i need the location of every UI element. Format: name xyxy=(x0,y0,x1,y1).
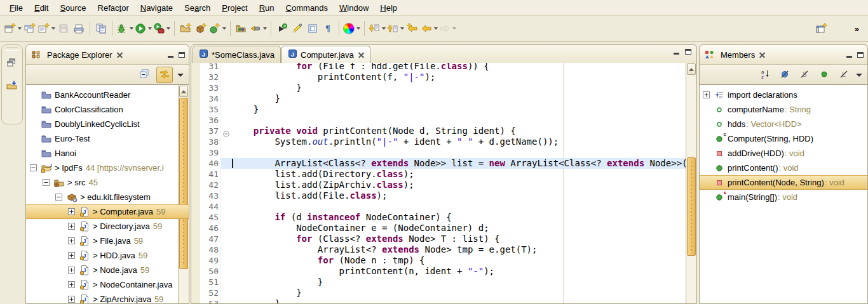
collapse-all-button[interactable] xyxy=(137,67,152,83)
prev-annotation-button[interactable] xyxy=(386,20,405,37)
expander-plus-icon[interactable] xyxy=(67,281,76,289)
code-line-39[interactable] xyxy=(232,147,686,158)
menu-commands[interactable]: Commands xyxy=(280,2,334,14)
link-with-editor-button[interactable] xyxy=(156,67,173,83)
dropdown-arrow-icon[interactable] xyxy=(452,27,456,30)
expander-minus-icon[interactable] xyxy=(55,193,63,201)
build-button[interactable] xyxy=(93,20,109,37)
tree-item-ipdfs[interactable]: J> IpdFs44 [https://svnserver.i xyxy=(26,161,189,175)
code-line-53[interactable]: } xyxy=(232,298,686,303)
dropdown-arrow-icon[interactable] xyxy=(130,27,133,30)
new-java-project-button[interactable] xyxy=(178,20,193,37)
minimize-icon[interactable] xyxy=(674,53,679,55)
code-line-31[interactable]: for (File f : hdd.get(File.class)) { xyxy=(232,63,686,72)
tree-item-directory.java[interactable]: J> Directory.java59 xyxy=(26,219,189,234)
tree-item-src[interactable]: > src45 xyxy=(26,175,189,190)
dropdown-arrow-icon[interactable] xyxy=(356,27,360,30)
dropdown-arrow-icon[interactable] xyxy=(148,27,152,30)
code-line-47[interactable]: for (Class<? extends Node> T : list) { xyxy=(232,234,686,244)
member-item-computerstringhdd[interactable]: cComputer(String, HDD) xyxy=(700,131,867,146)
tree-item-hdd.java[interactable]: J> HDD.java59 xyxy=(26,248,189,263)
restore-views-button[interactable] xyxy=(4,56,20,72)
code-line-46[interactable]: NodeContainer e = (NodeContainer) d; xyxy=(232,223,686,234)
minimize-icon[interactable] xyxy=(168,56,173,58)
hide-fields-button[interactable] xyxy=(777,67,792,83)
tree-item-euro-test[interactable]: Euro-Test xyxy=(26,131,189,146)
expander-plus-icon[interactable] xyxy=(67,222,76,230)
menu-refactor[interactable]: Refactor xyxy=(92,2,135,14)
member-item-printcontent[interactable]: printContent() : void xyxy=(700,161,867,175)
debug-button[interactable] xyxy=(116,20,134,37)
search-button[interactable] xyxy=(249,20,268,37)
code-line-35[interactable]: } xyxy=(232,104,686,115)
member-item-hdds[interactable]: hdds : Vector<HDD> xyxy=(700,117,867,131)
hide-nonpublic-button[interactable] xyxy=(817,67,832,83)
editor-tab-computer.java[interactable]: JComputer.java xyxy=(281,46,370,63)
view-menu-icon[interactable] xyxy=(856,74,862,77)
view-menu-icon[interactable] xyxy=(177,74,184,77)
code-line-51[interactable]: } xyxy=(232,277,686,287)
new-window-button[interactable] xyxy=(22,20,37,37)
member-item-importdeclarations[interactable]: import declarations xyxy=(700,88,867,102)
new-form-button[interactable] xyxy=(37,20,56,37)
minimize-icon[interactable] xyxy=(846,56,852,58)
dropdown-arrow-icon[interactable] xyxy=(166,27,170,30)
menu-source[interactable]: Source xyxy=(54,2,92,14)
expander-plus-icon[interactable] xyxy=(67,237,76,245)
code-line-43[interactable]: list.add(File.class); xyxy=(232,190,686,201)
back-button[interactable] xyxy=(420,20,438,37)
menu-help[interactable]: Help xyxy=(374,2,403,14)
dropdown-arrow-icon[interactable] xyxy=(51,27,55,30)
highlight-button[interactable] xyxy=(290,20,305,37)
tree-item-computer.java[interactable]: J> Computer.java59 xyxy=(26,204,189,219)
tree-item-colorclassification[interactable]: ColorClassification xyxy=(26,102,189,117)
code-line-45[interactable]: if (d instanceof NodeContainer) { xyxy=(232,212,686,223)
member-item-adddrivehdd[interactable]: addDrive(HDD) : void xyxy=(700,146,867,161)
hide-local-types-button[interactable]: L xyxy=(836,67,851,83)
code-line-40[interactable]: ArrayList<Class<? extends Node>> list = … xyxy=(232,158,686,169)
menu-navigate[interactable]: Navigate xyxy=(135,2,179,14)
tree-item-doublylinkedcycliclist[interactable]: DoublyLinkedCyclicList xyxy=(26,117,189,131)
menu-search[interactable]: Search xyxy=(179,2,216,14)
sort-button[interactable]: az xyxy=(757,67,773,83)
expander-plus-icon[interactable] xyxy=(67,295,76,303)
drag-handle[interactable] xyxy=(6,48,18,51)
code-line-48[interactable]: ArrayList<? extends Node> tmp = e.get(T)… xyxy=(232,244,686,255)
tree-item-ziparchiv.java[interactable]: J> ZipArchiv.java59 xyxy=(26,292,189,303)
close-icon[interactable] xyxy=(759,52,765,58)
external-tools-button[interactable] xyxy=(153,20,171,37)
code-line-52[interactable]: } xyxy=(232,287,686,298)
new-wizard-button[interactable] xyxy=(4,20,22,37)
maximize-icon[interactable] xyxy=(685,49,691,55)
member-item-computername[interactable]: computerName : String xyxy=(700,102,867,117)
expander-plus-icon[interactable] xyxy=(67,251,76,260)
color-wheel-button[interactable] xyxy=(342,20,361,37)
code-line-44[interactable] xyxy=(232,201,686,212)
next-annotation-button[interactable] xyxy=(368,20,386,37)
scrollbar-thumb[interactable] xyxy=(687,157,696,256)
print-button[interactable] xyxy=(71,20,86,37)
code-line-33[interactable]: } xyxy=(232,83,686,93)
menu-edit[interactable]: Edit xyxy=(29,2,54,14)
code-line-50[interactable]: printContent(n, ident + "-"); xyxy=(232,266,686,277)
scroll-up-icon[interactable] xyxy=(687,63,696,75)
maximize-icon[interactable] xyxy=(179,52,185,58)
menu-project[interactable]: Project xyxy=(216,2,253,14)
run-button[interactable] xyxy=(134,20,153,37)
dropdown-arrow-icon[interactable] xyxy=(222,27,226,30)
close-icon[interactable] xyxy=(117,52,123,58)
tree-item-nodecontainer.java[interactable]: J> NodeContainer.java xyxy=(26,277,189,292)
dropdown-arrow-icon[interactable] xyxy=(263,27,267,30)
code-line-36[interactable] xyxy=(232,115,686,126)
menu-file[interactable]: File xyxy=(4,2,29,14)
member-item-printcontentnodestring[interactable]: printContent(Node, String) : void xyxy=(700,175,867,190)
new-package-button[interactable] xyxy=(193,20,208,37)
open-fastview-button[interactable] xyxy=(4,79,20,95)
tree-item-bankaccountreader[interactable]: BankAccountReader xyxy=(26,88,189,102)
code-line-41[interactable]: list.add(Directory.class); xyxy=(232,169,686,180)
open-perspective-button[interactable] xyxy=(814,20,829,37)
toolbar-overflow-chevron[interactable]: » xyxy=(855,24,858,34)
tree-item-edu.kit.filesystem[interactable]: > edu.kit.filesystem xyxy=(26,190,189,204)
code-line-32[interactable]: printContent(f, "|-"); xyxy=(232,72,686,83)
editor-scrollbar[interactable] xyxy=(686,63,696,303)
